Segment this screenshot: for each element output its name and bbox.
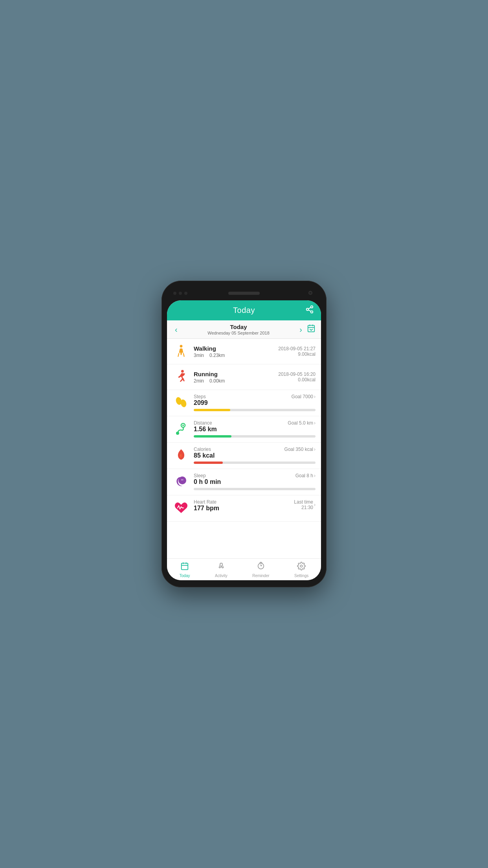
sleep-chevron: › [314,473,316,478]
steps-chevron: › [314,394,316,399]
prev-day-button[interactable]: ‹ [172,324,180,335]
sleep-row[interactable]: ᶻᶻ Sleep 0 h 0 min Goal 8 h › [167,469,321,495]
next-day-button[interactable]: › [297,324,305,335]
sleep-label: Sleep [194,473,221,478]
settings-nav-label: Settings [294,574,308,578]
sleep-icon: ᶻᶻ [172,473,190,490]
heartrate-row[interactable]: Heart Rate 177 bpm Last time 21:30 › [167,495,321,522]
activity-nav-label: Activity [215,574,227,578]
calories-icon [172,447,190,464]
sleep-goal[interactable]: Goal 8 h › [295,473,316,478]
svg-point-14 [182,425,184,426]
sleep-progress-bg [194,488,316,490]
notch-area [167,288,321,299]
heartrate-value: 177 bpm [194,505,219,512]
distance-label-value: Distance 1.56 km [194,420,217,433]
share-button[interactable] [305,305,314,316]
steps-top: Steps 2099 Goal 7000 › [194,394,316,406]
calories-label: Calories [194,447,215,452]
steps-row[interactable]: Steps 2099 Goal 7000 › [167,390,321,416]
walking-duration: 3min [194,353,204,358]
bottom-nav: Today Activity [167,558,321,580]
running-right: 2018-09-05 16:20 0.00kcal [278,371,316,383]
reminder-nav-label: Reminder [252,574,269,578]
steps-value: 2099 [194,399,208,406]
calendar-picker-button[interactable] [307,324,316,335]
app-header: Today [167,300,321,320]
svg-text:ᶻᶻ: ᶻᶻ [181,479,183,482]
svg-point-10 [181,370,184,373]
heartrate-content: Heart Rate 177 bpm Last time 21:30 › [194,499,316,513]
distance-goal[interactable]: Goal 5.0 km › [288,420,316,426]
walking-distance: 0.23km [209,353,225,358]
sleep-label-value: Sleep 0 h 0 min [194,473,221,485]
today-nav-icon [180,562,189,572]
nav-settings[interactable]: Settings [290,562,312,578]
phone-frame: Today ‹ Today Wednesday 05 September 201… [161,281,327,587]
calories-value: 85 kcal [194,452,215,459]
today-nav-label: Today [180,574,190,578]
distance-row[interactable]: Distance 1.56 km Goal 5.0 km › [167,416,321,443]
svg-point-25 [300,565,303,567]
heartrate-goal[interactable]: Last time 21:30 › [294,499,316,510]
calories-goal-text: Goal 350 kcal [284,447,313,452]
running-icon [172,368,190,386]
steps-label-value: Steps 2099 [194,394,208,406]
phone-screen: Today ‹ Today Wednesday 05 September 201… [167,300,321,580]
svg-line-3 [308,310,311,311]
nav-activity[interactable]: Activity [211,562,231,578]
distance-top: Distance 1.56 km Goal 5.0 km › [194,420,316,433]
svg-line-4 [308,307,311,309]
main-scroll[interactable]: Walking 3min 0.23km 2018-09-05 21:27 9.0… [167,339,321,558]
distance-value: 1.56 km [194,426,217,433]
walking-right: 2018-09-05 21:27 9.00kcal [278,346,316,357]
distance-chevron: › [314,420,316,426]
running-distance: 0.00km [209,378,225,384]
distance-icon [172,420,190,438]
steps-icon [172,394,190,411]
today-label: Today [207,324,270,330]
calories-top: Calories 85 kcal Goal 350 kcal › [194,447,316,459]
sleep-content: Sleep 0 h 0 min Goal 8 h › [194,473,316,490]
distance-label: Distance [194,420,217,426]
sleep-value: 0 h 0 min [194,478,221,485]
front-camera-area [173,292,187,295]
calories-content: Calories 85 kcal Goal 350 kcal › [194,447,316,464]
calories-goal[interactable]: Goal 350 kcal › [284,447,316,452]
calories-label-value: Calories 85 kcal [194,447,215,459]
speaker [228,292,260,295]
svg-rect-18 [182,563,188,570]
calories-progress-bg [194,462,316,464]
bottom-spacer [167,522,321,530]
calories-row[interactable]: Calories 85 kcal Goal 350 kcal › [167,443,321,469]
nav-reminder[interactable]: Reminder [248,562,273,578]
nav-today[interactable]: Today [176,562,194,578]
calories-chevron: › [314,447,316,452]
dot2 [179,292,182,295]
walking-stats: 3min 0.23km [194,353,278,358]
steps-goal[interactable]: Goal 7000 › [292,394,316,399]
sleep-goal-text: Goal 8 h [295,473,313,478]
walking-name: Walking [194,345,278,352]
steps-goal-text: Goal 7000 [292,394,313,399]
walking-kcal: 9.00kcal [278,351,316,357]
activity-nav-icon [217,562,226,572]
walking-time: 2018-09-05 21:27 [278,346,316,351]
walking-row: Walking 3min 0.23km 2018-09-05 21:27 9.0… [167,339,321,364]
dot1 [173,292,176,295]
running-name: Running [194,371,278,377]
running-kcal: 0.00kcal [278,377,316,383]
distance-progress-bg [194,435,316,438]
heartrate-chevron: › [314,502,316,508]
steps-progress-bg [194,409,316,411]
svg-point-15 [176,432,179,435]
heartrate-goal-sub: 21:30 [294,505,313,510]
distance-progress-fill [194,435,231,438]
steps-content: Steps 2099 Goal 7000 › [194,394,316,411]
date-nav: ‹ Today Wednesday 05 September 2018 › [167,320,321,339]
distance-content: Distance 1.56 km Goal 5.0 km › [194,420,316,438]
sleep-top: Sleep 0 h 0 min Goal 8 h › [194,473,316,485]
heartrate-label-value: Heart Rate 177 bpm [194,499,219,512]
running-details: Running 2min 0.00km [194,371,278,384]
full-date: Wednesday 05 September 2018 [207,331,270,335]
